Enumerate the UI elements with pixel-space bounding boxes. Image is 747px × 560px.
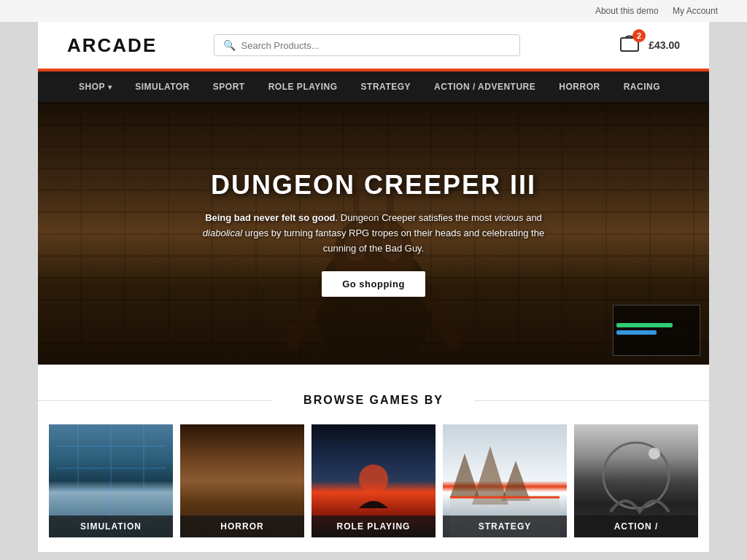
card-label-horror: Horror xyxy=(180,516,304,537)
hud-mana-bar xyxy=(616,330,657,335)
svg-point-15 xyxy=(649,448,660,459)
category-card-action[interactable]: Action / xyxy=(574,424,698,537)
account-link[interactable]: My Account xyxy=(673,6,718,16)
category-grid: Simulation Horror Role Playing xyxy=(38,424,709,537)
hero-banner: DUNGEON CREEPER III Being bad never felt… xyxy=(38,102,709,365)
site-logo: ARCADE xyxy=(67,34,157,57)
card-label-role-playing: Role Playing xyxy=(311,516,436,537)
top-bar: About this demo My Account xyxy=(0,0,747,22)
search-input[interactable] xyxy=(241,40,511,51)
about-link[interactable]: About this demo xyxy=(595,6,659,16)
card-label-strategy: Strategy xyxy=(443,516,567,537)
hero-background: DUNGEON CREEPER III Being bad never felt… xyxy=(38,102,709,365)
hero-title: DUNGEON CREEPER III xyxy=(187,170,560,201)
hero-hud xyxy=(613,305,700,356)
main-content: BROWSE GAMES BY Simula xyxy=(38,365,709,552)
card-label-simulation: Simulation xyxy=(49,516,173,537)
nav-bar: SHOP ▾ SIMULATOR SPORT ROLE PLAYING STRA… xyxy=(38,70,709,102)
hero-cta-button[interactable]: Go shopping xyxy=(322,271,425,297)
category-card-strategy[interactable]: Strategy xyxy=(443,424,567,537)
nav-strategy[interactable]: STRATEGY xyxy=(349,71,422,102)
cart-icon-button[interactable]: 2 xyxy=(618,32,641,58)
category-card-simulation[interactable]: Simulation xyxy=(49,424,173,537)
search-icon: 🔍 xyxy=(223,39,236,51)
category-card-role-playing[interactable]: Role Playing xyxy=(311,424,436,537)
nav-shop[interactable]: SHOP ▾ xyxy=(67,71,123,102)
main-navigation: SHOP ▾ SIMULATOR SPORT ROLE PLAYING STRA… xyxy=(38,69,709,102)
category-card-horror[interactable]: Horror xyxy=(180,424,304,537)
nav-sport[interactable]: SPORT xyxy=(201,71,257,102)
site-header: ARCADE 🔍 2 £43.00 xyxy=(38,22,709,69)
chevron-down-icon: ▾ xyxy=(108,83,112,91)
browse-heading: BROWSE GAMES BY xyxy=(38,394,709,407)
nav-simulator[interactable]: SIMULATOR xyxy=(123,71,201,102)
cart-badge: 2 xyxy=(632,29,646,42)
cart-total: £43.00 xyxy=(649,39,680,51)
svg-point-11 xyxy=(359,464,388,494)
nav-role-playing[interactable]: ROLE PLAYING xyxy=(257,71,349,102)
hero-description: Being bad never felt so good. Dungeon Cr… xyxy=(187,211,560,256)
hud-health-bar xyxy=(616,323,673,327)
cart-area: 2 £43.00 xyxy=(618,32,680,58)
search-form: 🔍 xyxy=(214,34,520,56)
nav-racing[interactable]: RACING xyxy=(612,71,672,102)
hero-content: DUNGEON CREEPER III Being bad never felt… xyxy=(173,155,574,311)
nav-action-adventure[interactable]: ACTION / ADVENTURE xyxy=(422,71,547,102)
nav-horror[interactable]: HORROR xyxy=(547,71,611,102)
card-label-action: Action / xyxy=(574,516,698,537)
